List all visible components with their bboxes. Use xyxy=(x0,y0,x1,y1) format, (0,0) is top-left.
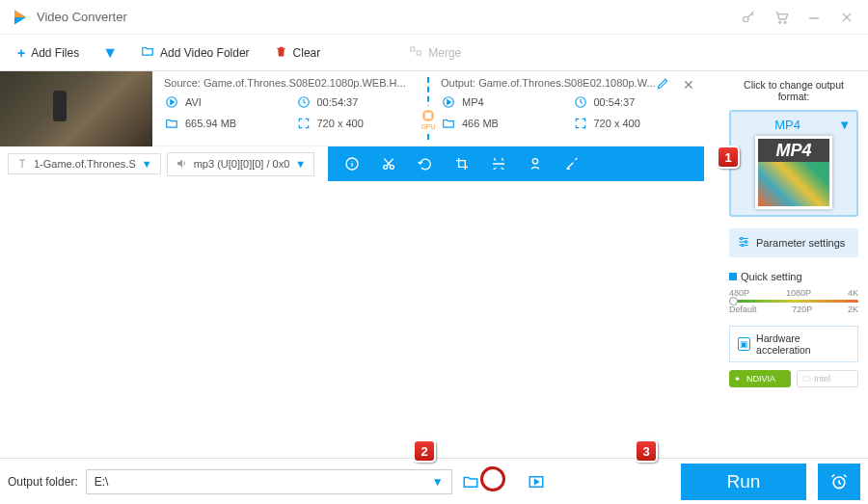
volume-icon xyxy=(176,157,188,172)
info-icon[interactable] xyxy=(343,155,361,172)
item-sub-toolbar: 1-Game.of.Thrones.S ▼ mp3 (U[0][0][0] / … xyxy=(0,146,704,181)
bottom-bar: Output folder: E:\ ▼ Run xyxy=(0,458,868,504)
format-thumb-label: MP4 xyxy=(758,141,829,161)
resolution-icon xyxy=(296,116,312,131)
callout-3: 3 xyxy=(635,439,658,463)
nvidia-icon xyxy=(734,374,744,384)
plus-icon: + xyxy=(17,45,25,61)
slider-top-ticks: 480P 1080P 4K xyxy=(729,288,858,298)
play-icon xyxy=(164,94,179,110)
source-duration-cell: 00:54:37 xyxy=(296,94,417,110)
chevron-down-icon: ▼ xyxy=(142,158,152,170)
schedule-button[interactable] xyxy=(818,464,860,500)
subtitle-icon xyxy=(16,158,28,170)
clear-label: Clear xyxy=(293,46,321,60)
svg-point-20 xyxy=(802,377,810,382)
trash-icon xyxy=(275,45,287,61)
nvidia-button[interactable]: NDIVIA xyxy=(729,370,791,387)
play-icon xyxy=(441,94,456,110)
change-format-label: Click to change output format: xyxy=(729,79,858,102)
svg-rect-6 xyxy=(411,47,415,51)
effects-icon[interactable] xyxy=(490,155,507,172)
close-button[interactable] xyxy=(837,8,856,27)
slider-handle[interactable] xyxy=(729,297,738,305)
audio-dropdown[interactable]: mp3 (U[0][0][0] / 0x0 ▼ xyxy=(167,152,315,176)
remove-item-icon[interactable]: ✕ xyxy=(683,77,694,93)
quick-setting-label: Quick setting xyxy=(729,271,858,282)
key-icon[interactable] xyxy=(739,8,758,27)
output-folder-field[interactable]: E:\ ▼ xyxy=(86,469,452,494)
output-format-cell: MP4 xyxy=(441,94,561,110)
minimize-button[interactable] xyxy=(804,8,824,27)
param-label: Parameter settings xyxy=(756,237,845,249)
rotate-icon[interactable] xyxy=(417,155,434,172)
svg-point-19 xyxy=(742,244,744,246)
subtitle-dropdown[interactable]: 1-Game.of.Thrones.S ▼ xyxy=(8,153,161,174)
output-label: Output: Game.of.Thrones.S08E02.1080p.W..… xyxy=(441,77,692,89)
clock-icon xyxy=(573,94,588,110)
chevron-down-icon[interactable]: ▼ xyxy=(432,475,444,489)
app-title: Video Converter xyxy=(37,10,127,24)
output-format-selector[interactable]: MP4▼ MP4 xyxy=(729,110,858,217)
output-folder-label: Output folder: xyxy=(8,475,78,489)
merge-icon xyxy=(409,44,422,61)
sliders-icon xyxy=(737,235,750,251)
add-folder-label: Add Video Folder xyxy=(160,46,250,60)
add-files-label: Add Files xyxy=(31,46,79,60)
slider-bottom-ticks: Default 720P 2K xyxy=(729,305,858,314)
hw-label: Hardware acceleration xyxy=(756,332,850,356)
svg-point-1 xyxy=(779,21,781,23)
quality-slider[interactable] xyxy=(729,300,858,303)
output-duration-cell: 00:54:37 xyxy=(573,94,693,110)
title-bar: Video Converter xyxy=(0,0,868,35)
hardware-accel-button[interactable]: ▣ Hardware acceleration xyxy=(729,326,858,362)
source-resolution-cell: 720 x 400 xyxy=(296,116,417,131)
intel-button[interactable]: Intel xyxy=(797,370,858,387)
format-thumbnail: MP4 xyxy=(755,136,832,209)
intel-icon xyxy=(801,374,811,384)
svg-point-16 xyxy=(532,159,537,164)
output-size-cell: 466 MB xyxy=(441,116,561,131)
open-folder-button[interactable] xyxy=(460,471,481,492)
folder-icon xyxy=(141,44,154,61)
folder-icon xyxy=(164,116,179,131)
add-files-button[interactable]: + Add Files xyxy=(8,40,89,66)
subtitle-value: 1-Game.of.Thrones.S xyxy=(34,158,136,170)
chip-icon: ▣ xyxy=(738,337,750,351)
add-files-dropdown-caret[interactable]: ▼ xyxy=(102,44,118,62)
source-label: Source: Game.of.Thrones.S08E02.1080p.WEB… xyxy=(164,77,416,89)
folder-icon xyxy=(441,116,456,131)
callout-1: 1 xyxy=(717,146,740,169)
watermark-icon[interactable] xyxy=(527,155,544,172)
run-button[interactable]: Run xyxy=(681,464,806,500)
merge-label: Merge xyxy=(428,46,461,60)
output-resolution-cell: 720 x 400 xyxy=(573,116,693,131)
main-toolbar: + Add Files ▼ Add Video Folder Clear Mer… xyxy=(0,35,868,71)
edit-output-icon[interactable] xyxy=(656,77,669,94)
svg-rect-7 xyxy=(417,51,420,55)
svg-point-17 xyxy=(741,237,743,239)
chevron-down-icon: ▼ xyxy=(295,158,306,170)
chevron-down-icon: ▼ xyxy=(838,118,851,132)
merge-button: Merge xyxy=(399,40,471,66)
callout-2: 2 xyxy=(413,439,436,463)
parameter-settings-button[interactable]: Parameter settings xyxy=(729,228,858,257)
format-name: MP4 xyxy=(774,118,800,132)
play-output-button[interactable] xyxy=(526,471,547,492)
cut-icon[interactable] xyxy=(380,155,397,172)
crop-icon[interactable] xyxy=(453,155,471,172)
clear-button[interactable]: Clear xyxy=(265,40,331,66)
svg-point-2 xyxy=(784,21,786,23)
source-format-cell: AVI xyxy=(164,94,285,110)
filter-icon[interactable] xyxy=(563,155,581,172)
svg-point-0 xyxy=(744,16,748,21)
source-size-cell: 665.94 MB xyxy=(164,116,285,131)
audio-value: mp3 (U[0][0][0] / 0x0 xyxy=(194,158,290,170)
output-sidebar: Click to change output format: MP4▼ MP4 … xyxy=(721,71,866,457)
clock-icon xyxy=(296,94,312,110)
add-folder-button[interactable]: Add Video Folder xyxy=(131,40,259,66)
video-thumbnail[interactable] xyxy=(0,71,152,146)
app-logo-icon xyxy=(12,9,29,26)
source-info-panel: Source: Game.of.Thrones.S08E02.1080p.WEB… xyxy=(152,71,427,146)
cart-icon[interactable] xyxy=(772,8,791,27)
